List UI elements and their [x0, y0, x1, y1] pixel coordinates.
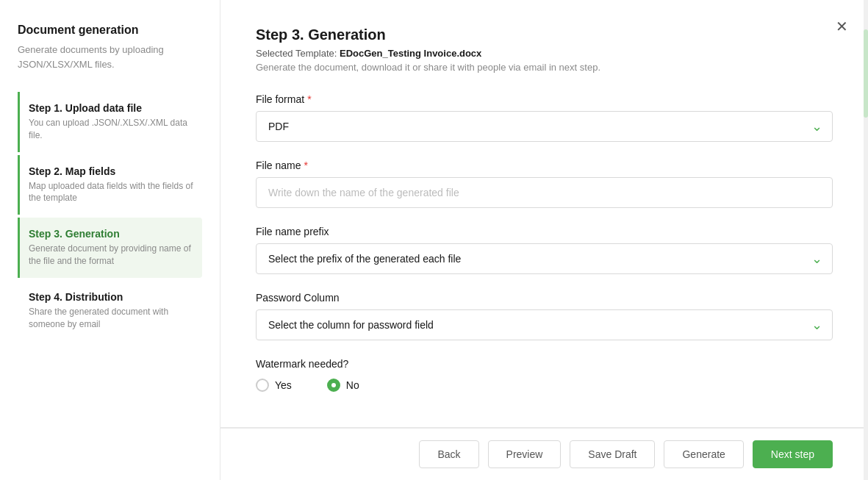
sidebar-step4-desc: Share the generated document with someon… [29, 306, 202, 331]
close-button[interactable]: ✕ [830, 15, 853, 38]
watermark-yes-option[interactable]: Yes [256, 379, 292, 392]
step-description: Generate the document, download it or sh… [256, 62, 833, 73]
footer: Back Preview Save Draft Generate Next st… [220, 428, 868, 480]
sidebar-step3-title: Step 3. Generation [29, 228, 202, 240]
sidebar-step1-desc: You can upload .JSON/.XLSX/.XML data fil… [29, 117, 202, 142]
main-content: ✕ Step 3. Generation Selected Template: … [220, 0, 868, 480]
sidebar-subtitle: Generate documents by uploading JSON/XLS… [18, 43, 202, 71]
selected-template-name: EDocGen_Testing Invoice.docx [340, 48, 481, 59]
file-name-prefix-select[interactable]: Select the prefix of the generated each … [256, 243, 833, 274]
watermark-no-radio[interactable] [327, 379, 340, 392]
sidebar: Document generation Generate documents b… [0, 0, 220, 480]
selected-template: Selected Template: EDocGen_Testing Invoi… [256, 48, 833, 59]
content-area: Step 3. Generation Selected Template: ED… [220, 0, 868, 427]
file-name-input[interactable] [256, 177, 833, 208]
password-column-label: Password Column [256, 292, 833, 304]
password-column-group: Password Column Select the column for pa… [256, 292, 833, 340]
sidebar-step1-title: Step 1. Upload data file [29, 102, 202, 114]
watermark-no-option[interactable]: No [327, 379, 359, 392]
file-format-label: File format * [256, 93, 833, 105]
sidebar-item-step3[interactable]: Step 3. Generation Generate document by … [18, 218, 202, 278]
file-name-required: * [304, 160, 307, 171]
watermark-radio-group: Yes No [256, 379, 833, 392]
watermark-group: Watermark needed? Yes No [256, 358, 833, 392]
watermark-no-label: No [346, 379, 359, 391]
next-step-button[interactable]: Next step [753, 440, 833, 468]
file-name-label: File name * [256, 160, 833, 171]
save-draft-button[interactable]: Save Draft [570, 440, 655, 468]
sidebar-step2-title: Step 2. Map fields [29, 165, 202, 177]
step-title: Step 3. Generation [256, 26, 833, 43]
back-button[interactable]: Back [419, 440, 478, 468]
watermark-label: Watermark needed? [256, 358, 833, 370]
watermark-yes-radio[interactable] [256, 379, 269, 392]
sidebar-item-step2[interactable]: Step 2. Map fields Map uploaded data fie… [18, 155, 202, 215]
sidebar-step4-title: Step 4. Distribution [29, 291, 202, 303]
file-format-group: File format * PDF DOCX XLSX ⌄ [256, 93, 833, 142]
watermark-yes-label: Yes [275, 379, 292, 391]
file-name-prefix-select-wrapper: Select the prefix of the generated each … [256, 243, 833, 274]
password-column-select[interactable]: Select the column for password field [256, 309, 833, 340]
file-name-prefix-label: File name prefix [256, 226, 833, 237]
file-format-select-wrapper: PDF DOCX XLSX ⌄ [256, 111, 833, 142]
file-format-select[interactable]: PDF DOCX XLSX [256, 111, 833, 142]
sidebar-step3-desc: Generate document by providing name of t… [29, 243, 202, 268]
file-name-group: File name * [256, 160, 833, 208]
generate-button[interactable]: Generate [664, 440, 743, 468]
selected-template-label: Selected Template: [256, 48, 337, 59]
sidebar-title: Document generation [18, 24, 202, 37]
sidebar-item-step4[interactable]: Step 4. Distribution Share the generated… [18, 281, 202, 341]
file-format-required: * [307, 93, 311, 105]
sidebar-item-step1[interactable]: Step 1. Upload data file You can upload … [18, 92, 202, 152]
modal-container: Document generation Generate documents b… [0, 0, 868, 480]
preview-button[interactable]: Preview [488, 440, 562, 468]
file-name-prefix-group: File name prefix Select the prefix of th… [256, 226, 833, 274]
sidebar-step2-desc: Map uploaded data fields with the fields… [29, 180, 202, 205]
scrollbar-thumb[interactable] [864, 29, 868, 118]
close-icon: ✕ [836, 18, 848, 35]
scrollbar-track [864, 0, 868, 480]
password-column-select-wrapper: Select the column for password field ⌄ [256, 309, 833, 340]
